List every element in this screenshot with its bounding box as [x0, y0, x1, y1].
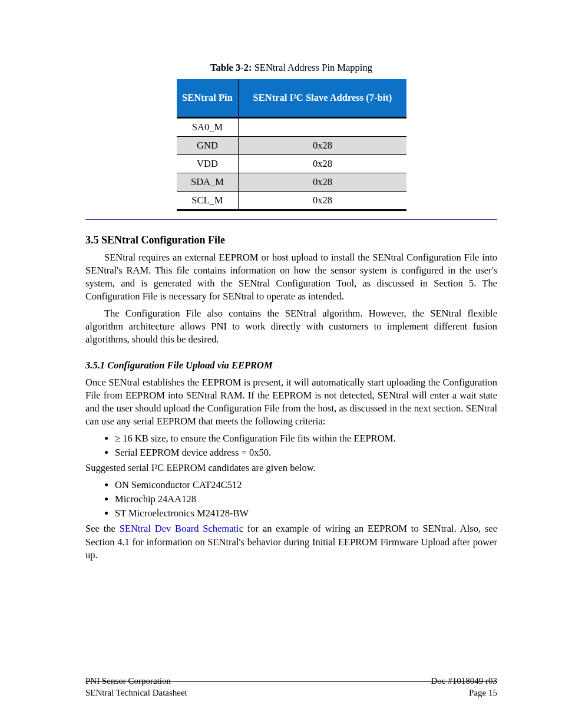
para3-pre: See the — [85, 523, 120, 534]
col-header-pin: SENtral Pin — [177, 79, 239, 118]
section-3-5-1-para2: Suggested serial I²C EEPROM candidates a… — [85, 462, 497, 475]
section-divider — [85, 219, 497, 220]
footer-company: PNI Sensor Corporation — [85, 675, 187, 687]
pinmap-tbody: SA0_MGND0x28VDD0x28SDA_M0x28SCL_M0x28 — [177, 118, 406, 210]
section-3-5-para2: The Configuration File also contains the… — [85, 307, 497, 347]
section-3-5-heading: 3.5 SENtral Configuration File — [85, 233, 497, 247]
page: Table 3-2: SENtral Address Pin Mapping S… — [0, 0, 562, 728]
table-caption: Table 3-2: SENtral Address Pin Mapping — [85, 61, 497, 74]
list-item: ON Semiconductor CAT24C512 — [115, 479, 497, 492]
footer-right: Doc #1018049 r03 Page 15 — [431, 675, 498, 699]
section-3-5-para1: SENtral requires an external EEPROM or h… — [85, 251, 497, 304]
cell-addr: 0x28 — [239, 173, 406, 192]
caption-label: Table 3-2: — [210, 62, 252, 73]
table-row: VDD0x28 — [177, 155, 406, 173]
section-3-5-1-heading: 3.5.1 Configuration File Upload via EEPR… — [85, 359, 497, 372]
section-3-5-1-para1: Once SENtral establishes the EEPROM is p… — [85, 376, 497, 429]
cell-pin: SA0_M — [177, 118, 239, 137]
table-row: GND0x28 — [177, 137, 406, 155]
caption-text: SENtral Address Pin Mapping — [252, 62, 372, 73]
footer-page: Page 15 — [431, 687, 498, 699]
section-3-5-1-para3: See the SENtral Dev Board Schematic for … — [85, 522, 497, 562]
table-row: SA0_M — [177, 118, 406, 137]
table-row: SDA_M0x28 — [177, 173, 406, 192]
footer-doc-title: SENtral Technical Datasheet — [85, 687, 187, 699]
table-row: SCL_M0x28 — [177, 192, 406, 210]
header-spacer — [85, 53, 497, 61]
eeprom-list: ON Semiconductor CAT24C512 Microchip 24A… — [115, 479, 497, 521]
cell-pin: SCL_M — [177, 192, 239, 210]
list-item: ST Microelectronics M24128-BW — [115, 507, 497, 520]
cell-addr: 0x28 — [239, 137, 406, 155]
footer: PNI Sensor Corporation SENtral Technical… — [85, 675, 497, 699]
pinmap-table: SENtral Pin SENtral I²C Slave Address (7… — [177, 79, 406, 211]
cell-addr: 0x28 — [239, 192, 406, 210]
criteria-list: ≥ 16 KB size, to ensure the Configuratio… — [115, 432, 497, 460]
schematic-link[interactable]: SENtral Dev Board Schematic — [120, 523, 243, 534]
col-header-addr: SENtral I²C Slave Address (7-bit) — [239, 79, 406, 118]
footer-left: PNI Sensor Corporation SENtral Technical… — [85, 675, 187, 699]
list-item: ≥ 16 KB size, to ensure the Configuratio… — [115, 432, 497, 445]
cell-pin: GND — [177, 137, 239, 155]
cell-addr — [239, 118, 406, 137]
list-item: Microchip 24AA128 — [115, 493, 497, 506]
cell-pin: VDD — [177, 155, 239, 173]
list-item: Serial EEPROM device address = 0x50. — [115, 446, 497, 459]
cell-pin: SDA_M — [177, 173, 239, 192]
footer-docnum: Doc #1018049 r03 — [431, 675, 498, 687]
cell-addr: 0x28 — [239, 155, 406, 173]
